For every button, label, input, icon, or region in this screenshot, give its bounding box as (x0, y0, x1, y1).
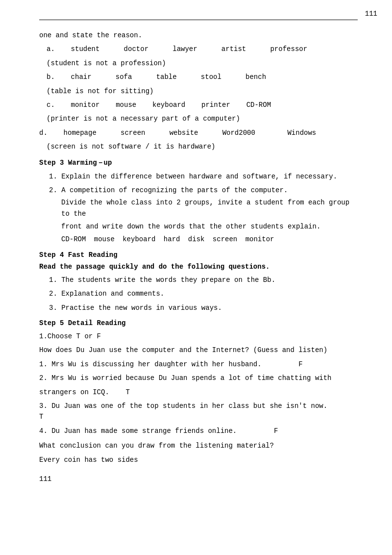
step4-subheading: Read the passage quickly and do the foll… (39, 263, 358, 271)
step4-point-2: 2. Explanation and comments. (39, 288, 358, 299)
step3-sub2: front and write down the words that the … (39, 221, 358, 232)
item-c-note: (printer is not a necessary part of a co… (39, 113, 358, 124)
tf-item-2: 2. Mrs Wu is worried because Du Juan spe… (39, 373, 358, 383)
item-c-words: c. monitor mouse keyboard printer CD-ROM (39, 100, 358, 110)
step3-point-1: 1. Explain the difference between hardwa… (39, 171, 358, 182)
item-d-words: d. homepage screen website Word2000 Wind… (39, 127, 358, 138)
step4-heading: Step 4 Fast Reading (39, 251, 358, 259)
conclusion-question: What conclusion can you draw from the li… (39, 440, 358, 451)
step3-point-2: 2. A competition of recognizing the part… (39, 185, 358, 196)
tf-item-3: 3. Du Juan was one of the top students i… (39, 401, 358, 423)
step3-words: CD-ROM mouse keyboard hard disk screen m… (39, 234, 358, 245)
conclusion-answer: Every coin has two sides (39, 454, 358, 465)
item-a-words: a. student doctor lawyer artist professo… (39, 44, 358, 54)
item-d-note: (screen is not software / it is hardware… (39, 141, 358, 152)
step3-heading: Step 3 Warming－up (39, 158, 358, 167)
intro-line: one and state the reason. (39, 30, 358, 41)
page-number-top: 111 (365, 10, 377, 18)
item-b-note: (table is not for sitting) (39, 86, 358, 97)
step5-choose-tf: 1.Choose T or F (39, 331, 358, 342)
item-a-note: (student is not a profession) (39, 58, 358, 69)
item-b-words: b. chair sofa table stool bench (39, 72, 358, 82)
top-divider (39, 20, 358, 20)
tf-item-1: 1. Mrs Wu is discussing her daughter wit… (39, 359, 358, 370)
step4-point-1: 1. The students write the words they pre… (39, 275, 358, 285)
step3-sub1: Divide the whole class into 2 groups, in… (39, 197, 358, 219)
step4-point-3: 3. Practise the new words in various way… (39, 303, 358, 313)
page-number-bottom: 111 (39, 475, 358, 483)
step5-heading: Step 5 Detail Reading (39, 319, 358, 327)
tf-item-2-cont: strangers on ICQ. T (39, 387, 358, 398)
step5-guess-listen: How does Du Juan use the computer and th… (39, 345, 358, 355)
tf-item-4: 4. Du Juan has made some strange friends… (39, 426, 358, 436)
artist-word: artist (221, 45, 246, 53)
